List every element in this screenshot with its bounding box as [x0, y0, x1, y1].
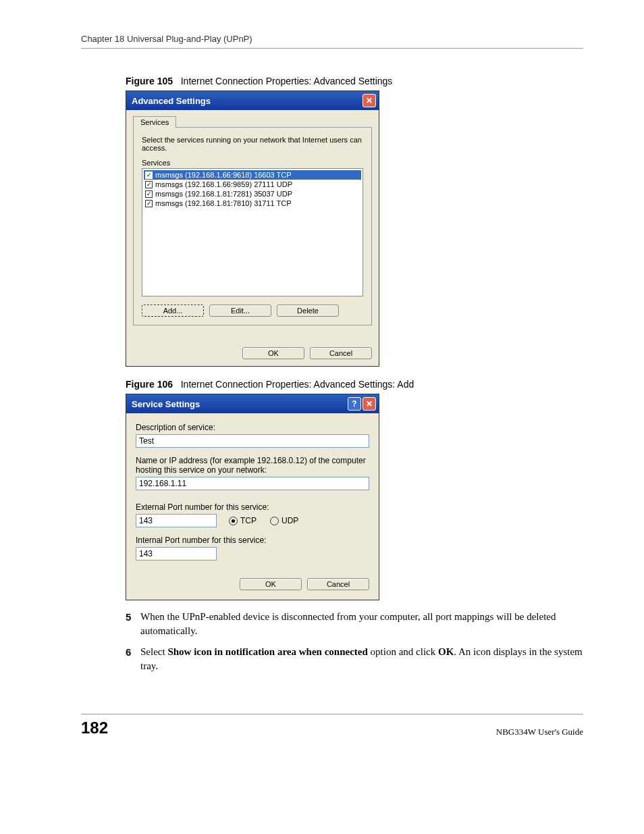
tcp-radio[interactable]: TCP [229, 516, 257, 525]
external-port-input[interactable] [136, 514, 217, 527]
service-item[interactable]: ✓msmsgs (192.168.1.66:9859) 27111 UDP [144, 180, 361, 189]
delete-button[interactable]: Delete [277, 305, 339, 317]
cancel-button[interactable]: Cancel [310, 347, 372, 359]
description-input[interactable] [136, 434, 369, 448]
radio-icon [229, 517, 238, 525]
services-listbox[interactable]: ✓msmsgs (192.168.1.66:9618) 16603 TCP✓ms… [142, 168, 363, 296]
description-label: Description of service: [136, 423, 369, 432]
checkbox-icon[interactable]: ✓ [145, 181, 153, 188]
service-item[interactable]: ✓msmsgs (192.168.1.81:7810) 31711 TCP [144, 199, 361, 208]
bold-text: Show icon in notification area when conn… [167, 646, 367, 657]
services-description: Select the services running on your netw… [142, 136, 363, 152]
service-item-label: msmsgs (192.168.1.66:9618) 16603 TCP [155, 171, 292, 179]
service-item[interactable]: ✓msmsgs (192.168.1.66:9618) 16603 TCP [144, 170, 361, 180]
ok-button[interactable]: OK [242, 347, 304, 359]
host-input[interactable] [136, 477, 369, 490]
dialog-title: Service Settings [132, 399, 200, 409]
services-label: Services [142, 159, 363, 167]
checkbox-icon[interactable]: ✓ [145, 200, 153, 207]
advanced-settings-dialog: Advanced Settings ✕ Services Select the … [126, 90, 379, 367]
internal-port-input[interactable] [136, 547, 217, 561]
figure-106-caption: Figure 106 Internet Connection Propertie… [126, 379, 583, 390]
host-label: Name or IP address (for example 192.168.… [136, 456, 369, 475]
udp-radio[interactable]: UDP [270, 516, 298, 525]
add-button[interactable]: Add... [142, 305, 204, 317]
step-text: Select Show icon in notification area wh… [140, 645, 583, 673]
figure-106-label: Figure 106 [126, 379, 173, 390]
step-text: When the UPnP-enabled device is disconne… [140, 610, 583, 638]
figure-105-title: Internet Connection Properties: Advanced… [181, 76, 393, 86]
step-5: 5 When the UPnP-enabled device is discon… [126, 610, 583, 638]
dialog-title: Advanced Settings [132, 96, 211, 106]
text: option and click [368, 646, 438, 657]
advanced-settings-titlebar[interactable]: Advanced Settings ✕ [126, 91, 379, 110]
edit-button[interactable]: Edit... [209, 305, 271, 317]
step-6: 6 Select Show icon in notification area … [126, 645, 583, 673]
ok-button[interactable]: OK [240, 578, 302, 590]
tab-services[interactable]: Services [133, 116, 176, 128]
udp-label: UDP [281, 516, 298, 525]
tcp-label: TCP [240, 516, 257, 525]
service-item-label: msmsgs (192.168.1.66:9859) 27111 UDP [155, 180, 292, 188]
close-icon[interactable]: ✕ [363, 397, 376, 411]
guide-name: NBG334W User's Guide [496, 727, 583, 737]
radio-icon [270, 517, 279, 525]
service-item[interactable]: ✓msmsgs (192.168.1.81:7281) 35037 UDP [144, 189, 361, 199]
service-item-label: msmsgs (192.168.1.81:7281) 35037 UDP [155, 190, 292, 198]
figure-105-caption: Figure 105 Internet Connection Propertie… [126, 76, 583, 86]
step-number: 5 [126, 610, 140, 638]
external-port-label: External Port number for this service: [136, 502, 369, 512]
step-list: 5 When the UPnP-enabled device is discon… [126, 610, 583, 673]
internal-port-label: Internal Port number for this service: [136, 536, 369, 545]
bold-text: OK [438, 646, 454, 657]
service-item-label: msmsgs (192.168.1.81:7810) 31711 TCP [155, 199, 292, 207]
figure-106-title: Internet Connection Properties: Advanced… [181, 379, 414, 390]
close-icon[interactable]: ✕ [363, 94, 376, 107]
chapter-header: Chapter 18 Universal Plug-and-Play (UPnP… [81, 34, 583, 49]
help-icon[interactable]: ? [348, 397, 361, 411]
checkbox-icon[interactable]: ✓ [145, 172, 153, 179]
figure-105-label: Figure 105 [126, 76, 173, 86]
page-number: 182 [81, 719, 108, 737]
step-number: 6 [126, 645, 140, 673]
page-footer: 182 NBG334W User's Guide [81, 714, 583, 737]
service-settings-titlebar[interactable]: Service Settings ? ✕ [126, 394, 379, 413]
cancel-button[interactable]: Cancel [307, 578, 369, 590]
text: Select [140, 646, 167, 657]
checkbox-icon[interactable]: ✓ [145, 190, 153, 198]
service-settings-dialog: Service Settings ? ✕ Description of serv… [126, 394, 379, 600]
